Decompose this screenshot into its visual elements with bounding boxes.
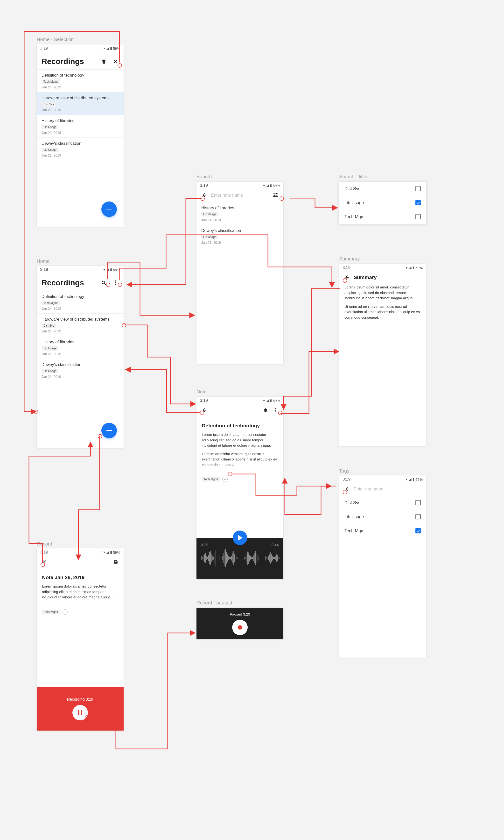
item-date: Jan 24, 2019 [41, 307, 119, 311]
record-body: Note Jan 26, 2019 Lorem ipsum dolor sit … [37, 569, 124, 609]
item-date: Jan 21, 2019 [41, 375, 119, 379]
recording-bar: Recording 3:29 [37, 687, 124, 731]
battery-icon: ▮ [110, 550, 112, 555]
tag-row[interactable]: Tech Mgmt [339, 524, 426, 538]
list-item[interactable]: Definition of technology Tech Mgmt Jan 2… [37, 291, 124, 313]
list-item[interactable]: Dewey's classification Lib Usage Jan 21,… [37, 359, 124, 382]
label-note: Note [197, 389, 206, 395]
status-time: 3:19 [200, 183, 208, 188]
search-results: History of libraries Lib Usage Jan 21, 2… [197, 202, 283, 247]
tag-label: Tech Mgmt [344, 528, 366, 533]
screen-search: 3:19 ▾ ◢ ▮ 59% History of libraries Lib … [197, 182, 283, 364]
list-item[interactable]: History of libraries Lib Usage Jan 21, 2… [197, 202, 283, 225]
filter-row[interactable]: Lib Usage [339, 196, 426, 210]
paused-bar: Paused 3:29 [197, 608, 283, 639]
list-item[interactable]: Dewey's classification Lib Usage Jan 21,… [197, 225, 283, 247]
status-bar: 3:19 ▾ ◢ ▮ 59% [37, 548, 124, 555]
wifi-icon: ▾ [263, 183, 265, 188]
status-right: ▾ ◢ ▮ 59% [263, 398, 280, 403]
filter-icon[interactable] [272, 192, 279, 198]
play-button[interactable] [233, 530, 247, 545]
checkbox[interactable] [415, 500, 421, 505]
checkbox[interactable] [415, 514, 421, 520]
fab-add[interactable] [102, 423, 117, 438]
delete-icon[interactable] [101, 58, 107, 65]
add-tag-icon[interactable] [222, 477, 228, 482]
delete-icon[interactable] [262, 407, 269, 414]
fab-add[interactable] [102, 202, 117, 217]
list-item[interactable]: History of libraries Lib Usage Jan 21, 2… [37, 336, 124, 359]
wifi-icon: ▾ [406, 265, 408, 270]
record-tag[interactable]: Tech Mgmt [42, 610, 60, 614]
tag-input[interactable] [354, 487, 422, 492]
note-body: Definition of technology Lorem ipsum dol… [197, 417, 283, 476]
save-icon[interactable] [112, 559, 119, 565]
filter-label: Tech Mgmt [344, 214, 366, 220]
label-search-filter: Search - filter [339, 174, 368, 179]
recording-label: Recording 3:29 [67, 697, 93, 702]
tag-row[interactable]: Dist Sys [339, 496, 426, 510]
signal-icon: ◢ [106, 550, 109, 555]
wifi-icon: ▾ [103, 267, 105, 272]
list-item[interactable]: History of libraries Lib Usage Jan 21, 2… [37, 115, 124, 138]
list-item[interactable]: Hardware view of distributed systems Dis… [37, 313, 124, 336]
status-time: 3:19 [343, 477, 350, 482]
status-bar: 3:19 ▾ ◢ ▮ 59% [197, 397, 283, 403]
battery-icon: ▮ [110, 267, 112, 272]
label-search: Search [197, 174, 212, 179]
note-tag[interactable]: Tech Mgmt [202, 477, 220, 482]
status-battery: 59% [415, 266, 422, 270]
tag-row[interactable]: Lib Usage [339, 510, 426, 524]
screen-record-paused: Paused 3:29 [197, 608, 283, 639]
status-right: ▾ ◢ ▮ 59% [103, 267, 120, 272]
close-icon[interactable] [112, 58, 119, 65]
item-date: Jan 21, 2019 [201, 218, 278, 222]
status-battery: 59% [273, 399, 280, 403]
player-current: 3:29 [201, 543, 208, 547]
waveform[interactable] [197, 547, 283, 571]
item-tag: Lib Usage [201, 212, 218, 216]
status-bar: 3:19 ▾ ◢ ▮ 59% [197, 182, 283, 189]
record-header [37, 555, 124, 569]
battery-icon: ▮ [270, 183, 272, 188]
label-home: Home [37, 259, 50, 264]
svg-point-0 [102, 281, 105, 284]
header: Recordings [37, 273, 124, 291]
checkbox[interactable] [415, 214, 421, 220]
item-tag: Tech Mgmt [41, 80, 60, 84]
status-bar: 3:19 ▾ ◢ ▮ 59% [37, 266, 124, 273]
filter-row[interactable]: Dist Sys [339, 182, 426, 196]
pause-button[interactable] [72, 705, 88, 720]
svg-point-16 [275, 412, 276, 413]
status-right: ▾ ◢ ▮ 59% [103, 46, 120, 51]
add-tag-icon[interactable] [62, 609, 68, 615]
checkbox-checked[interactable] [415, 528, 421, 533]
note-header [197, 403, 283, 417]
checkbox-checked[interactable] [415, 200, 421, 205]
note-title: Definition of technology [202, 423, 278, 428]
filter-row[interactable]: Tech Mgmt [339, 210, 426, 224]
item-title: History of libraries [41, 340, 119, 345]
svg-point-14 [275, 408, 276, 409]
search-input[interactable] [211, 193, 269, 198]
checkbox[interactable] [415, 186, 421, 191]
note-p2: Ut enim ad minim veniam, quis nostrud ex… [202, 451, 278, 468]
page-title: Recordings [41, 57, 84, 66]
item-date: Jan 24, 2019 [41, 85, 119, 89]
filter-label: Lib Usage [344, 200, 364, 205]
signal-icon: ◢ [106, 46, 109, 51]
search-bar [197, 189, 283, 202]
page-title: Recordings [41, 278, 84, 287]
item-title: History of libraries [41, 118, 119, 123]
record-title: Note Jan 26, 2019 [42, 575, 118, 580]
status-time: 3:19 [200, 398, 208, 403]
summary-p2: Ut enim ad minim veniam, quis nostrud ex… [344, 304, 421, 320]
list-item[interactable]: Definition of technology Tech Mgmt Jan 2… [37, 69, 124, 92]
item-tag: Dist Sys [41, 102, 56, 107]
item-date: Jan 21, 2019 [41, 352, 119, 356]
record-button[interactable] [232, 620, 248, 635]
list-item-selected[interactable]: Hardware view of distributed systems Dis… [37, 92, 124, 115]
battery-icon: ▮ [413, 265, 414, 270]
list-item[interactable]: Dewey's classification Lib Usage Jan 21,… [37, 138, 124, 160]
svg-point-2 [115, 280, 116, 281]
